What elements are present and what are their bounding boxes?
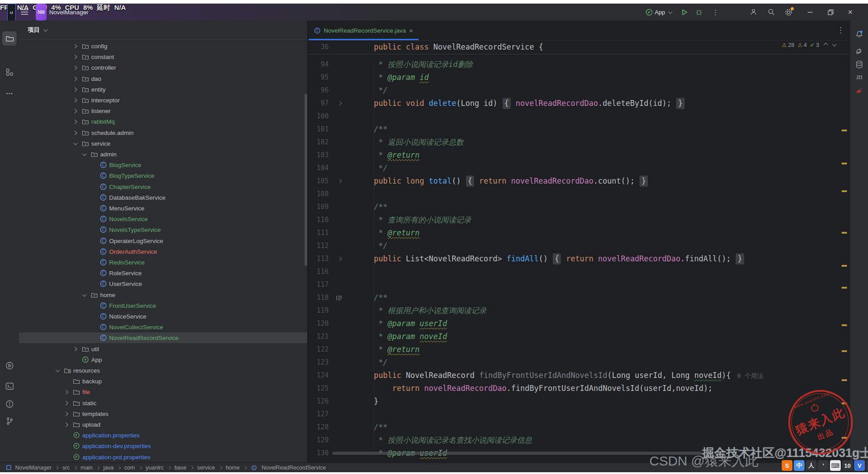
- tree-item-config[interactable]: config: [19, 41, 307, 51]
- code-line[interactable]: 109 /**: [309, 201, 850, 214]
- tree-closed-chevron-icon[interactable]: [64, 411, 68, 416]
- code-line[interactable]: 127: [309, 408, 850, 421]
- tree-item-backup[interactable]: backup: [19, 376, 307, 386]
- more-tools-button[interactable]: [2, 86, 17, 101]
- tree-item-application-prd-properties[interactable]: application-prd.properties: [19, 452, 307, 462]
- project-panel-header[interactable]: 项目: [19, 21, 307, 40]
- breadcrumb-item[interactable]: src: [62, 465, 70, 471]
- tree-item-roleservice[interactable]: CRoleService: [19, 268, 307, 278]
- tree-item-novelstypeservice[interactable]: CNovelsTypeService: [19, 224, 307, 235]
- tree-closed-chevron-icon[interactable]: [73, 98, 77, 102]
- main-menu-button[interactable]: [21, 4, 29, 21]
- fold-arrow-icon[interactable]: [337, 101, 342, 106]
- breadcrumb-item[interactable]: yuanlrc: [146, 465, 164, 471]
- tree-item-novelreadrecordservice[interactable]: CNovelReadRecordService: [19, 332, 307, 343]
- folded-brace[interactable]: {: [503, 98, 511, 109]
- tree-item-userservice[interactable]: CUserService: [19, 278, 307, 289]
- search-icon[interactable]: [767, 4, 775, 21]
- breadcrumb-item[interactable]: service: [197, 465, 215, 471]
- code-line[interactable]: 94 * 按照小说阅读记录id删除: [309, 58, 850, 71]
- tree-closed-chevron-icon[interactable]: [73, 130, 77, 135]
- git-tool-button[interactable]: [2, 414, 17, 428]
- code-line[interactable]: 97 public void delete(Long id) { novelRe…: [309, 97, 850, 110]
- tree-closed-chevron-icon[interactable]: [73, 109, 77, 113]
- debug-button[interactable]: [695, 4, 703, 21]
- tree-item-operaterlogservice[interactable]: COperaterLogService: [19, 235, 307, 246]
- tree-item-databasebakservice[interactable]: CDatabaseBakService: [19, 192, 307, 203]
- tree-closed-chevron-icon[interactable]: [64, 390, 68, 394]
- tree-closed-chevron-icon[interactable]: [73, 347, 77, 351]
- code-line[interactable]: 116: [309, 265, 850, 278]
- close-button[interactable]: ×: [848, 4, 853, 21]
- code-line[interactable]: 103 * @return: [309, 149, 850, 162]
- terminal-tool-button[interactable]: [2, 379, 17, 393]
- tree-item-static[interactable]: static: [19, 398, 307, 408]
- folded-brace[interactable]: }: [639, 176, 648, 187]
- folded-brace[interactable]: }: [676, 98, 684, 109]
- plugin-tool-button[interactable]: [852, 83, 866, 97]
- more-actions-button[interactable]: ⋮: [712, 4, 719, 21]
- tree-item-frontuserservice[interactable]: CFrontUserService: [19, 300, 307, 311]
- editor-area[interactable]: C NovelReadRecordService.java × ⋮ ⚠28 ⚠4…: [309, 21, 850, 462]
- code-line[interactable]: 36 public class NovelReadRecordService {: [309, 41, 850, 55]
- breadcrumb-item[interactable]: NovelManager: [15, 465, 51, 471]
- tree-closed-chevron-icon[interactable]: [73, 76, 77, 81]
- code-line[interactable]: 128 /**: [309, 421, 850, 434]
- horizontal-scrollbar[interactable]: [332, 452, 702, 455]
- doc-render-icon[interactable]: [336, 295, 343, 301]
- run-tool-button[interactable]: [2, 358, 17, 373]
- code-line[interactable]: 108: [309, 188, 850, 201]
- tree-item-file[interactable]: file: [19, 386, 307, 397]
- run-config-name[interactable]: App: [655, 4, 665, 21]
- tree-item-dao[interactable]: dao: [19, 73, 307, 84]
- code-line[interactable]: 113 public List<NovelReadRecord> findAll…: [309, 252, 850, 265]
- code-line[interactable]: 122 * @return: [309, 343, 850, 356]
- error-stripe-mark[interactable]: [842, 379, 847, 381]
- code-line[interactable]: 125 return novelReadRecordDao.findByFron…: [309, 382, 850, 395]
- notifications-button[interactable]: [852, 27, 866, 41]
- problems-tool-button[interactable]: [2, 397, 17, 411]
- tree-item-novelcollectservice[interactable]: CNovelCollectService: [19, 322, 307, 332]
- tree-open-chevron-icon[interactable]: [82, 292, 87, 297]
- code-line[interactable]: 100: [309, 110, 850, 123]
- error-stripe-mark[interactable]: [842, 190, 847, 192]
- tree-item-application-properties[interactable]: application.properties: [19, 430, 307, 440]
- folded-brace[interactable]: }: [736, 253, 744, 264]
- run-button[interactable]: [681, 4, 688, 21]
- fold-arrow-icon[interactable]: [337, 257, 342, 261]
- tree-item-interceptor[interactable]: interceptor: [19, 95, 307, 105]
- tree-item-listener[interactable]: listener: [19, 105, 307, 116]
- tree-item-noticeservice[interactable]: CNoticeService: [19, 311, 307, 322]
- tree-item-templates[interactable]: templates: [19, 408, 307, 419]
- tree-item-home[interactable]: home: [19, 289, 307, 300]
- tree-item-blogservice[interactable]: CBlogService: [19, 159, 307, 170]
- structure-tool-button[interactable]: [2, 65, 17, 79]
- fold-arrow-icon[interactable]: [337, 179, 342, 184]
- tree-open-chevron-icon[interactable]: [55, 368, 60, 372]
- inspections-widget[interactable]: ⚠28 ⚠4 ✔3: [782, 42, 835, 48]
- code-line[interactable]: 111 * @return: [309, 227, 850, 239]
- breadcrumb-item[interactable]: java: [103, 465, 114, 471]
- tree-item-upload[interactable]: upload: [19, 419, 307, 430]
- error-stripe-mark[interactable]: [842, 232, 847, 234]
- tree-item-service[interactable]: service: [19, 138, 307, 149]
- spring-tool-button[interactable]: [852, 44, 866, 58]
- prev-problem-chevron-icon[interactable]: [823, 43, 828, 47]
- project-tool-button[interactable]: [2, 31, 17, 46]
- tree-open-chevron-icon[interactable]: [82, 151, 87, 156]
- code-line[interactable]: 117: [309, 278, 850, 291]
- tree-item-menuservice[interactable]: CMenuService: [19, 203, 307, 214]
- error-stripe-mark[interactable]: [842, 163, 847, 164]
- code-line[interactable]: 126 }: [309, 395, 850, 408]
- tree-closed-chevron-icon[interactable]: [73, 44, 77, 48]
- tab-options-button[interactable]: ⋮: [837, 25, 844, 35]
- error-stripe-mark[interactable]: [842, 265, 847, 267]
- code-line[interactable]: 105 public long total() { return novelRe…: [309, 175, 850, 188]
- error-stripe-mark[interactable]: [842, 350, 847, 352]
- tree-closed-chevron-icon[interactable]: [73, 119, 77, 124]
- tree-closed-chevron-icon[interactable]: [73, 55, 77, 59]
- code-line[interactable]: 104 */: [309, 162, 850, 175]
- settings-gear-icon[interactable]: [784, 4, 793, 21]
- code-line[interactable]: 124 public NovelReadRecord findByFrontUs…: [309, 369, 850, 382]
- error-stripe-mark[interactable]: [842, 130, 847, 131]
